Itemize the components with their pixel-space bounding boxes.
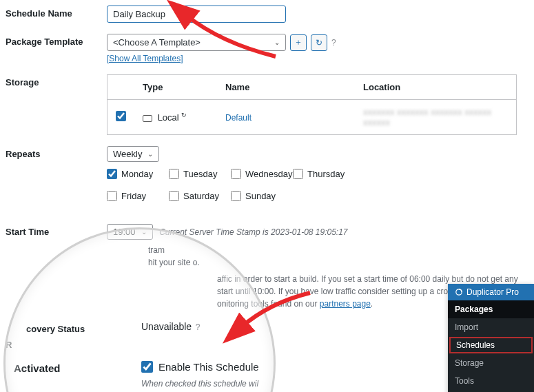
show-all-templates-link[interactable]: [Show All Templates]	[107, 54, 183, 63]
day-thursday[interactable]: Thursday	[293, 169, 345, 179]
storage-header-location: Location	[355, 75, 517, 100]
side-menu-item-storage[interactable]: Storage	[448, 354, 534, 372]
plus-icon: ＋	[294, 37, 302, 48]
day-saturday-checkbox[interactable]	[169, 191, 179, 201]
storage-row-checkbox[interactable]	[116, 111, 126, 121]
day-tuesday[interactable]: Tuesday	[169, 169, 217, 179]
start-time-select[interactable]: 19:00 ⌄	[107, 224, 153, 240]
storage-label: Storage	[0, 74, 107, 135]
repeats-label: Repeats	[0, 146, 107, 203]
repeats-selected-text: Weekly	[113, 149, 142, 159]
template-select[interactable]: <Choose A Template> ⌄	[107, 34, 286, 51]
day-friday-checkbox[interactable]	[107, 191, 117, 201]
day-friday[interactable]: Friday	[107, 191, 146, 201]
storage-name-link[interactable]: Default	[225, 113, 251, 123]
start-time-value: 19:00	[113, 227, 136, 237]
start-time-label: Start Time	[0, 224, 107, 310]
template-selected-text: <Choose A Template>	[113, 37, 201, 48]
enable-schedule-checkbox[interactable]	[141, 361, 153, 373]
recovery-status-value: Unavailable	[141, 321, 192, 332]
storage-header-type: Type	[134, 75, 217, 100]
side-menu-item-import[interactable]: Import	[448, 318, 534, 336]
plugin-side-menu: Duplicator Pro Packages Import Schedules…	[448, 284, 534, 392]
days-grid: Monday Tuesday Wednesday Thursday Friday…	[107, 169, 534, 203]
day-monday-checkbox[interactable]	[107, 169, 117, 179]
refresh-template-button[interactable]: ↻	[311, 34, 327, 51]
storage-type: Local	[158, 112, 179, 123]
add-template-button[interactable]: ＋	[290, 34, 307, 51]
table-row: Local ↻ Default xxxxxxx xxxxxxx xxxxxxx …	[107, 100, 517, 135]
chevron-down-icon: ⌄	[274, 39, 280, 46]
chevron-down-icon: ⌄	[141, 228, 147, 236]
start-time-desc-truncated: tram hit your site o.	[148, 244, 534, 269]
activated-label: Activated	[0, 361, 107, 389]
partners-page-link[interactable]: partners page	[320, 299, 371, 309]
day-wednesday[interactable]: Wednesday	[231, 169, 292, 179]
day-wednesday-checkbox[interactable]	[231, 169, 241, 179]
chevron-down-icon: ⌄	[147, 150, 153, 158]
repeats-select[interactable]: Weekly ⌄	[107, 146, 159, 162]
side-menu-header[interactable]: Duplicator Pro	[448, 284, 534, 300]
day-thursday-checkbox[interactable]	[293, 169, 303, 179]
recovery-status-label: covery Status	[0, 321, 107, 334]
day-monday[interactable]: Monday	[107, 169, 153, 179]
day-tuesday-checkbox[interactable]	[169, 169, 179, 179]
package-template-label: Package Template	[0, 34, 107, 63]
side-menu-item-schedules[interactable]: Schedules	[449, 337, 533, 353]
day-saturday[interactable]: Saturday	[169, 191, 219, 201]
side-menu-item-tools[interactable]: Tools	[448, 372, 534, 390]
storage-header-name: Name	[217, 75, 355, 100]
refresh-indicator-icon: ↻	[181, 112, 187, 118]
side-menu-section[interactable]: Packages	[448, 300, 534, 318]
storage-table: Type Name Location Local ↻ Default xxxxx…	[107, 74, 517, 135]
enable-schedule-toggle[interactable]: Enable This Schedule	[141, 361, 259, 373]
day-sunday[interactable]: Sunday	[231, 191, 276, 201]
refresh-icon: ↻	[316, 38, 322, 48]
server-time-label: Current Server Time Stamp is 2023-01-08 …	[159, 227, 347, 237]
storage-location: xxxxxxx xxxxxxx xxxxxxx xxxxxx xxxxxx	[363, 107, 491, 127]
plugin-logo-icon	[455, 288, 463, 296]
help-icon[interactable]: ?	[331, 38, 336, 48]
schedule-name-input[interactable]	[107, 6, 286, 23]
drive-icon	[143, 115, 152, 122]
help-icon[interactable]: ?	[196, 322, 201, 332]
schedule-name-label: Schedule Name	[0, 6, 107, 23]
day-sunday-checkbox[interactable]	[231, 191, 241, 201]
